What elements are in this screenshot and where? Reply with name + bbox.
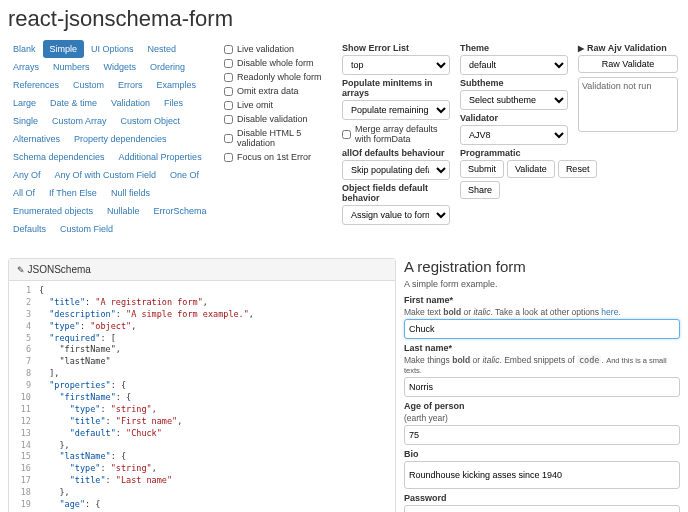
password-label: Password (404, 493, 680, 503)
allof-select[interactable]: Skip populating defaults with (342, 160, 450, 180)
nav-files[interactable]: Files (157, 94, 190, 112)
nav-enumerated-objects[interactable]: Enumerated objects (6, 202, 100, 220)
firstname-input[interactable] (404, 319, 680, 339)
minitems-select[interactable]: Populate remaining minItems (342, 100, 450, 120)
toggle-live-validation[interactable]: Live validation (224, 44, 334, 54)
raw-result: Validation not run (578, 77, 678, 132)
toggle-options: Live validationDisable whole formReadonl… (220, 40, 338, 238)
lastname-input[interactable] (404, 377, 680, 397)
nav-large[interactable]: Large (6, 94, 43, 112)
nav-nullable[interactable]: Nullable (100, 202, 147, 220)
toggle-focus-on-1st-error[interactable]: Focus on 1st Error (224, 152, 334, 162)
objfields-select[interactable]: Assign value to formData wh (342, 205, 450, 225)
nav-if-then-else[interactable]: If Then Else (42, 184, 104, 202)
firstname-help: Make text bold or italic. Take a look at… (404, 307, 680, 317)
error-list-label: Show Error List (342, 43, 450, 53)
error-list-select[interactable]: top (342, 55, 450, 75)
nav-validation[interactable]: Validation (104, 94, 157, 112)
bio-input[interactable] (404, 461, 680, 489)
subtheme-label: Subtheme (460, 78, 568, 88)
submit-button[interactable]: Submit (460, 160, 504, 178)
nav-custom-object[interactable]: Custom Object (114, 112, 188, 130)
example-nav: BlankSimpleUI OptionsNestedArraysNumbers… (6, 40, 220, 238)
jsonschema-panel: JSONSchema 1{ 2 "title": "A registration… (8, 258, 396, 512)
nav-custom[interactable]: Custom (66, 76, 111, 94)
nav-numbers[interactable]: Numbers (46, 58, 97, 76)
toggle-disable-html-5-validation[interactable]: Disable HTML 5 validation (224, 128, 334, 148)
merge-defaults-checkbox[interactable] (342, 130, 351, 139)
nav-null-fields[interactable]: Null fields (104, 184, 157, 202)
nav-property-dependencies[interactable]: Property dependencies (67, 130, 174, 148)
nav-additional-properties[interactable]: Additional Properties (112, 148, 209, 166)
nav-any-of-with-custom-field[interactable]: Any Of with Custom Field (48, 166, 164, 184)
form-description: A simple form example. (404, 279, 680, 289)
toggle-omit-extra-data[interactable]: Omit extra data (224, 86, 334, 96)
theme-label: Theme (460, 43, 568, 53)
nav-simple[interactable]: Simple (43, 40, 85, 58)
merge-defaults-label: Merge array defaults with formData (355, 124, 450, 144)
validator-select[interactable]: AJV8 (460, 125, 568, 145)
nav-errorschema[interactable]: ErrorSchema (147, 202, 214, 220)
theme-select[interactable]: default (460, 55, 568, 75)
age-help: (earth year) (404, 413, 680, 423)
lastname-label: Last name (404, 343, 680, 353)
firstname-label: First name (404, 295, 680, 305)
rendered-form: A registration form A simple form exampl… (404, 258, 680, 512)
nav-defaults[interactable]: Defaults (6, 220, 53, 238)
nav-arrays[interactable]: Arrays (6, 58, 46, 76)
raw-validate-button[interactable]: Raw Validate (578, 55, 678, 73)
nav-ui-options[interactable]: UI Options (84, 40, 141, 58)
bio-label: Bio (404, 449, 680, 459)
age-label: Age of person (404, 401, 680, 411)
nav-custom-array[interactable]: Custom Array (45, 112, 114, 130)
nav-alternatives[interactable]: Alternatives (6, 130, 67, 148)
toggle-disable-whole-form[interactable]: Disable whole form (224, 58, 334, 68)
nav-date-time[interactable]: Date & time (43, 94, 104, 112)
jsonschema-header: JSONSchema (9, 259, 395, 281)
nav-nested[interactable]: Nested (141, 40, 184, 58)
form-title: A registration form (404, 258, 680, 275)
nav-blank[interactable]: Blank (6, 40, 43, 58)
toggle-live-omit[interactable]: Live omit (224, 100, 334, 110)
age-input[interactable] (404, 425, 680, 445)
toggle-readonly-whole-form[interactable]: Readonly whole form (224, 72, 334, 82)
subtheme-select[interactable]: Select subtheme (460, 90, 568, 110)
nav-single[interactable]: Single (6, 112, 45, 130)
share-button[interactable]: Share (460, 181, 500, 199)
lastname-help: Make things bold or italic. Embed snippe… (404, 355, 680, 375)
nav-examples[interactable]: Examples (150, 76, 204, 94)
programmatic-label: Programmatic (460, 148, 568, 158)
validator-label: Validator (460, 113, 568, 123)
password-input[interactable] (404, 505, 680, 512)
nav-errors[interactable]: Errors (111, 76, 150, 94)
nav-ordering[interactable]: Ordering (143, 58, 192, 76)
toggle-disable-validation[interactable]: Disable validation (224, 114, 334, 124)
nav-custom-field[interactable]: Custom Field (53, 220, 120, 238)
minitems-label: Populate minItems in arrays (342, 78, 450, 98)
nav-all-of[interactable]: All Of (6, 184, 42, 202)
nav-one-of[interactable]: One Of (163, 166, 206, 184)
jsonschema-editor[interactable]: 1{ 2 "title": "A registration form", 3 "… (9, 281, 395, 512)
nav-any-of[interactable]: Any Of (6, 166, 48, 184)
nav-widgets[interactable]: Widgets (97, 58, 144, 76)
nav-schema-dependencies[interactable]: Schema dependencies (6, 148, 112, 166)
raw-label: ▶Raw Ajv Validation (578, 43, 678, 53)
allof-label: allOf defaults behaviour (342, 148, 450, 158)
validate-button[interactable]: Validate (507, 160, 555, 178)
page-title: react-jsonschema-form (8, 6, 680, 32)
objfields-label: Object fields default behavior (342, 183, 450, 203)
nav-references[interactable]: References (6, 76, 66, 94)
